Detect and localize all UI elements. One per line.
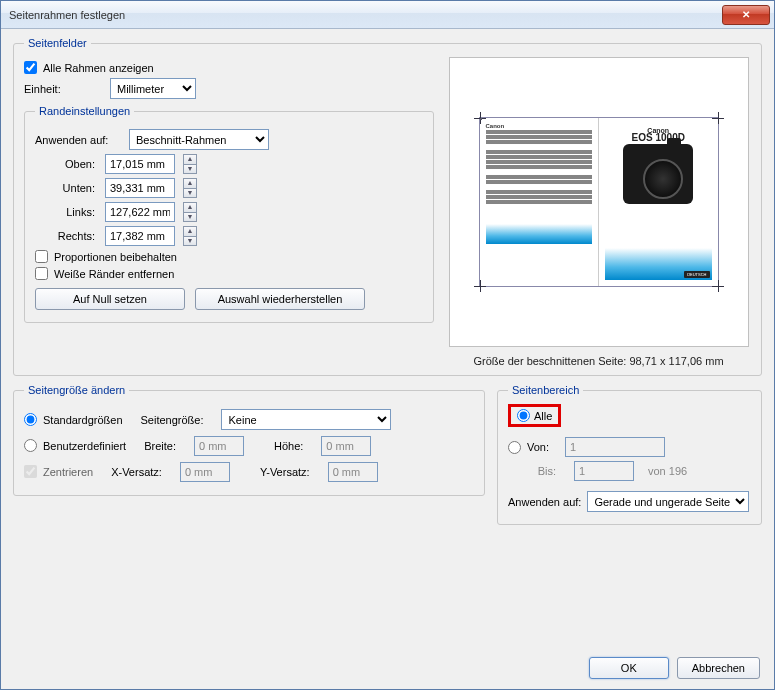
margin-right-input[interactable] bbox=[105, 226, 175, 246]
pagesize-label: Seitengröße: bbox=[141, 414, 204, 426]
ok-button[interactable]: OK bbox=[589, 657, 669, 679]
titlebar: Seitenrahmen festlegen ✕ bbox=[1, 1, 774, 29]
show-all-frames-checkbox[interactable] bbox=[24, 61, 37, 74]
margin-bottom-input[interactable] bbox=[105, 178, 175, 198]
margin-bottom-spinner[interactable]: ▲▼ bbox=[183, 178, 197, 198]
spin-up-icon[interactable]: ▲ bbox=[183, 202, 197, 212]
standard-size-label: Standardgrößen bbox=[43, 414, 123, 426]
dialog-window: Seitenrahmen festlegen ✕ Seitenfelder Al… bbox=[0, 0, 775, 690]
range-to-label: Bis: bbox=[526, 465, 556, 477]
range-all-radio[interactable] bbox=[517, 409, 530, 422]
range-applyto-label: Anwenden auf: bbox=[508, 496, 581, 508]
margin-right-spinner[interactable]: ▲▼ bbox=[183, 226, 197, 246]
cropped-size-caption: Größe der beschnittenen Seite: 98,71 x 1… bbox=[446, 355, 751, 367]
range-from-radio[interactable] bbox=[508, 441, 521, 454]
margin-top-spinner[interactable]: ▲▼ bbox=[183, 154, 197, 174]
margin-left-label: Links: bbox=[35, 206, 95, 218]
dialog-body: Seitenfelder Alle Rahmen anzeigen Einhei… bbox=[1, 29, 774, 689]
close-icon: ✕ bbox=[742, 9, 750, 20]
margins-group: Randeinstellungen Anwenden auf: Beschnit… bbox=[24, 105, 434, 323]
page-range-legend: Seitenbereich bbox=[508, 384, 583, 396]
range-all-label: Alle bbox=[534, 410, 552, 422]
width-input[interactable] bbox=[194, 436, 244, 456]
spin-up-icon[interactable]: ▲ bbox=[183, 154, 197, 164]
width-label: Breite: bbox=[144, 440, 176, 452]
resize-legend: Seitengröße ändern bbox=[24, 384, 129, 396]
preview-footer-gradient: DEUTSCH bbox=[605, 248, 712, 280]
unit-label: Einheit: bbox=[24, 83, 104, 95]
height-label: Höhe: bbox=[274, 440, 303, 452]
window-title: Seitenrahmen festlegen bbox=[9, 9, 722, 21]
spin-down-icon[interactable]: ▼ bbox=[183, 188, 197, 198]
remove-white-label: Weiße Ränder entfernen bbox=[54, 268, 174, 280]
custom-size-radio[interactable] bbox=[24, 439, 37, 452]
margin-right-label: Rechts: bbox=[35, 230, 95, 242]
resize-group: Seitengröße ändern Standardgrößen Seiten… bbox=[13, 384, 485, 496]
margins-legend: Randeinstellungen bbox=[35, 105, 134, 117]
page-preview: Canon Canon bbox=[449, 57, 749, 347]
keep-proportions-checkbox[interactable] bbox=[35, 250, 48, 263]
remove-white-checkbox[interactable] bbox=[35, 267, 48, 280]
range-from-label: Von: bbox=[527, 441, 549, 453]
crop-mark-icon bbox=[712, 280, 724, 292]
preview-lang-badge: DEUTSCH bbox=[684, 271, 709, 278]
spin-down-icon[interactable]: ▼ bbox=[183, 212, 197, 222]
page-range-group: Seitenbereich Alle Von: Bis: von 196 bbox=[497, 384, 762, 525]
range-of-label: von 196 bbox=[648, 465, 687, 477]
center-checkbox[interactable] bbox=[24, 465, 37, 478]
range-to-input[interactable] bbox=[574, 461, 634, 481]
margin-left-spinner[interactable]: ▲▼ bbox=[183, 202, 197, 222]
seitenfelder-group: Seitenfelder Alle Rahmen anzeigen Einhei… bbox=[13, 37, 762, 376]
preview-left-page: Canon bbox=[480, 118, 600, 286]
close-button[interactable]: ✕ bbox=[722, 5, 770, 25]
margin-applyto-label: Anwenden auf: bbox=[35, 134, 123, 146]
seitenfelder-legend: Seitenfelder bbox=[24, 37, 91, 49]
preview-right-page: Canon EOS 1000D DEUTSCH bbox=[599, 118, 718, 286]
range-applyto-select[interactable]: Gerade und ungerade Seiten bbox=[587, 491, 749, 512]
camera-icon bbox=[623, 144, 693, 204]
spin-down-icon[interactable]: ▼ bbox=[183, 164, 197, 174]
margin-top-label: Oben: bbox=[35, 158, 95, 170]
reset-button[interactable]: Auf Null setzen bbox=[35, 288, 185, 310]
keep-proportions-label: Proportionen beibehalten bbox=[54, 251, 177, 263]
dialog-footer: OK Abbrechen bbox=[589, 657, 760, 679]
margin-top-input[interactable] bbox=[105, 154, 175, 174]
margin-applyto-select[interactable]: Beschnitt-Rahmen bbox=[129, 129, 269, 150]
crop-mark-icon bbox=[712, 112, 724, 124]
preview-model-text: EOS 1000D bbox=[605, 135, 712, 140]
spin-up-icon[interactable]: ▲ bbox=[183, 178, 197, 188]
preview-document: Canon Canon bbox=[479, 117, 719, 287]
height-input[interactable] bbox=[321, 436, 371, 456]
yoffset-label: Y-Versatz: bbox=[260, 466, 310, 478]
show-all-frames-label: Alle Rahmen anzeigen bbox=[43, 62, 154, 74]
margin-bottom-label: Unten: bbox=[35, 182, 95, 194]
margin-left-input[interactable] bbox=[105, 202, 175, 222]
spin-down-icon[interactable]: ▼ bbox=[183, 236, 197, 246]
cancel-button[interactable]: Abbrechen bbox=[677, 657, 760, 679]
preview-brand-label: Canon bbox=[486, 124, 593, 129]
center-label: Zentrieren bbox=[43, 466, 93, 478]
restore-button[interactable]: Auswahl wiederherstellen bbox=[195, 288, 365, 310]
highlight-box: Alle bbox=[508, 404, 561, 427]
yoffset-input[interactable] bbox=[328, 462, 378, 482]
unit-select[interactable]: Millimeter bbox=[110, 78, 196, 99]
custom-size-label: Benutzerdefiniert bbox=[43, 440, 126, 452]
xoffset-input[interactable] bbox=[180, 462, 230, 482]
pagesize-select[interactable]: Keine bbox=[221, 409, 391, 430]
crop-mark-icon bbox=[474, 280, 486, 292]
spin-up-icon[interactable]: ▲ bbox=[183, 226, 197, 236]
standard-size-radio[interactable] bbox=[24, 413, 37, 426]
xoffset-label: X-Versatz: bbox=[111, 466, 162, 478]
range-from-input[interactable] bbox=[565, 437, 665, 457]
crop-mark-icon bbox=[474, 112, 486, 124]
